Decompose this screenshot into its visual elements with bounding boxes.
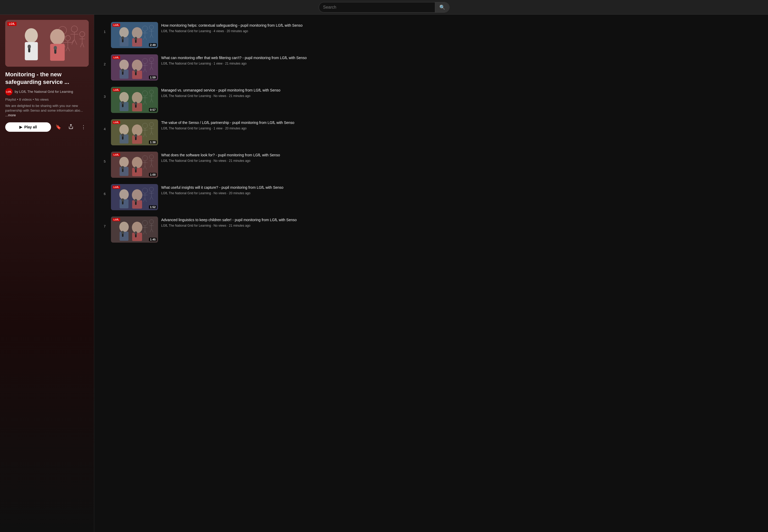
video-channel: LGfL The National Grid for Learning · 1 …	[161, 62, 761, 65]
video-thumbnail: LGfL 0:57	[111, 87, 158, 113]
video-thumbnail: LGfL 1:00	[111, 152, 158, 178]
svg-rect-25	[25, 42, 38, 60]
video-channel: LGfL The National Grid for Learning · No…	[161, 224, 761, 227]
svg-point-84	[132, 92, 142, 104]
svg-rect-89	[134, 102, 137, 105]
svg-rect-31	[54, 46, 57, 50]
video-channel: LGfL The National Grid for Learning · 4 …	[161, 29, 761, 33]
svg-rect-49	[121, 36, 124, 39]
video-duration: 1:45	[149, 238, 157, 241]
video-channel: LGfL The National Grid for Learning · No…	[161, 191, 761, 195]
video-duration: 1:38	[149, 140, 157, 144]
video-channel: LGfL The National Grid for Learning · 1 …	[161, 127, 761, 130]
playlist-info: Monitoring - the new safeguarding servic…	[5, 71, 89, 118]
svg-rect-163	[121, 231, 124, 234]
svg-rect-146	[134, 199, 137, 202]
main-container: LGfL Monitoring - the new safeguarding s…	[0, 15, 768, 532]
video-number: 1	[101, 22, 108, 34]
search-input[interactable]	[319, 3, 435, 12]
video-duration: 1:52	[149, 205, 157, 209]
svg-rect-87	[121, 101, 124, 104]
svg-point-139	[119, 189, 129, 200]
svg-rect-64	[119, 70, 128, 79]
video-thumbnail: LGfL 1:52	[111, 184, 158, 210]
svg-rect-106	[121, 134, 124, 137]
svg-rect-27	[50, 44, 65, 61]
video-details: Managed vs. unmanaged service - pupil mo…	[161, 87, 761, 98]
svg-point-26	[50, 29, 65, 45]
playlist-title: Monitoring - the new safeguarding servic…	[5, 71, 89, 86]
svg-rect-123	[132, 168, 142, 176]
more-icon: ⋮	[81, 124, 86, 130]
video-lgfl-badge: LGfL	[112, 56, 120, 59]
svg-point-120	[119, 157, 129, 167]
video-title: Managed vs. unmanaged service - pupil mo…	[161, 88, 761, 93]
svg-point-158	[119, 222, 129, 232]
more-link[interactable]: ...more	[5, 113, 16, 117]
svg-point-44	[119, 27, 129, 38]
search-button[interactable]: 🔍	[435, 2, 449, 12]
playlist-desc: We are delighted to be sharing with you …	[5, 104, 89, 118]
video-item[interactable]: 5	[99, 150, 763, 180]
video-number: 3	[101, 87, 108, 99]
video-lgfl-badge: LGfL	[112, 186, 120, 189]
svg-point-82	[119, 92, 129, 102]
video-thumbnail: LGfL 1:45	[111, 216, 158, 243]
left-panel-lgfl-badge: LGfL	[7, 22, 16, 26]
video-item[interactable]: 4	[99, 117, 763, 147]
video-number: 5	[101, 152, 108, 163]
video-details: How monitoring helps: contextual safegua…	[161, 22, 761, 33]
video-item[interactable]: 3	[99, 85, 763, 115]
video-title: What can monitoring offer that web filte…	[161, 55, 761, 60]
svg-rect-51	[134, 37, 137, 40]
video-number: 2	[101, 54, 108, 66]
svg-rect-121	[119, 167, 128, 176]
playlist-thumbnail[interactable]: LGfL	[5, 20, 89, 67]
video-duration: 0:57	[149, 108, 157, 112]
video-number: 6	[101, 184, 108, 196]
svg-rect-104	[132, 135, 142, 144]
video-title: What useful insights will it capture? - …	[161, 185, 761, 190]
video-item[interactable]: 6	[99, 182, 763, 212]
svg-rect-140	[119, 199, 128, 208]
header: 🔍	[0, 0, 768, 15]
svg-point-122	[132, 157, 142, 168]
video-thumbnail: LGfL 1:59	[111, 54, 158, 81]
playlist-meta: Playlist • 8 videos • No views	[5, 98, 89, 101]
video-lgfl-badge: LGfL	[112, 24, 120, 27]
svg-rect-165	[134, 231, 137, 234]
svg-rect-159	[119, 232, 128, 241]
video-item[interactable]: 1	[99, 20, 763, 50]
video-details: Advanced linguistics to keep children sa…	[161, 216, 761, 227]
svg-rect-102	[119, 134, 128, 144]
save-icon: 🔖	[55, 124, 61, 130]
video-channel: LGfL The National Grid for Learning · No…	[161, 94, 761, 98]
svg-rect-70	[134, 69, 137, 72]
video-title: Advanced linguistics to keep children sa…	[161, 218, 761, 222]
video-title: How monitoring helps: contextual safegua…	[161, 23, 761, 28]
video-lgfl-badge: LGfL	[112, 88, 120, 91]
author-row[interactable]: LGfL by LGfL The National Grid for Learn…	[5, 88, 89, 95]
video-title: The value of the Senso / LGfL partnershi…	[161, 120, 761, 125]
svg-point-46	[132, 27, 142, 39]
video-item[interactable]: 2	[99, 52, 763, 83]
save-button[interactable]: 🔖	[53, 122, 64, 132]
more-options-button[interactable]: ⋮	[78, 122, 89, 132]
play-all-button[interactable]: ▶ Play all	[5, 122, 51, 132]
share-button[interactable]	[66, 122, 76, 132]
svg-rect-142	[132, 200, 142, 209]
video-duration: 1:00	[149, 173, 157, 176]
video-details: What does the software look for? - pupil…	[161, 152, 761, 163]
video-details: The value of the Senso / LGfL partnershi…	[161, 119, 761, 130]
video-item[interactable]: 7	[99, 214, 763, 245]
video-details: What useful insights will it capture? - …	[161, 184, 761, 195]
svg-point-24	[25, 28, 38, 43]
svg-point-63	[119, 60, 129, 70]
svg-rect-47	[132, 38, 142, 47]
author-name: by LGfL The National Grid for Learning	[15, 90, 73, 94]
svg-rect-108	[134, 134, 137, 137]
svg-point-160	[132, 222, 142, 233]
video-lgfl-badge: LGfL	[112, 218, 120, 221]
svg-point-103	[132, 124, 142, 136]
video-duration: 1:59	[149, 76, 157, 79]
